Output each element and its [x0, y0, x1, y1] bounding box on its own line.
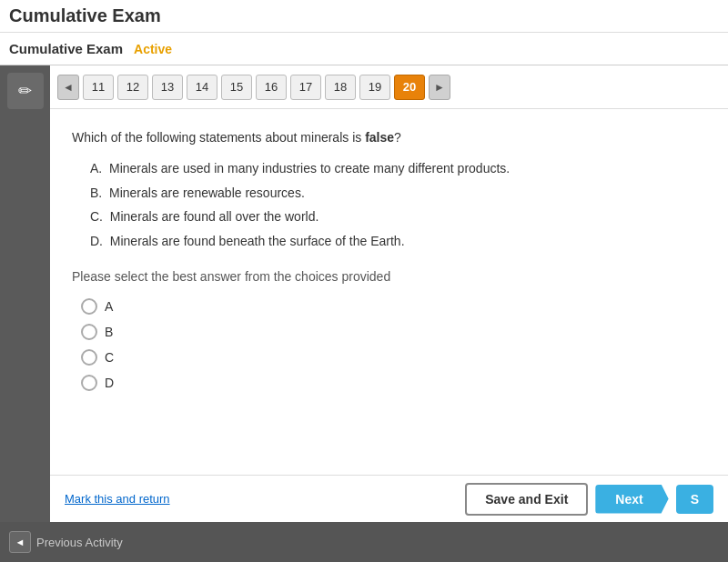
exam-container: Cumulative Exam Active ✏ ◄ 11 12 13 14 1… — [0, 33, 728, 522]
prev-activity-label: Previous Activity — [36, 536, 123, 549]
radio-a-label: A — [105, 299, 113, 314]
mark-return-link[interactable]: Mark this and return — [65, 492, 170, 506]
question-suffix: ? — [394, 130, 401, 145]
prev-activity-arrow[interactable]: ◄ — [9, 531, 31, 553]
pencil-tool-button[interactable]: ✏ — [7, 73, 44, 109]
page-13[interactable]: 13 — [152, 75, 183, 100]
radio-b-label: B — [105, 325, 113, 339]
page-19[interactable]: 19 — [359, 75, 390, 100]
choice-a-letter: A. — [90, 161, 109, 176]
choice-b-text: Minerals are renewable resources. — [109, 186, 305, 200]
choice-d: D. Minerals are found beneath the surfac… — [90, 231, 706, 251]
question-text: Which of the following statements about … — [72, 127, 706, 147]
pencil-icon: ✏ — [18, 81, 32, 101]
radio-c-circle — [81, 349, 97, 366]
page-11[interactable]: 11 — [83, 75, 114, 100]
radio-c[interactable]: C — [81, 349, 706, 366]
page-17[interactable]: 17 — [290, 75, 321, 100]
radio-a-circle — [81, 298, 97, 315]
footer-buttons: Mark this and return Save and Exit Next … — [50, 475, 728, 522]
radio-group: A B C D — [81, 298, 706, 391]
page-15[interactable]: 15 — [221, 75, 252, 100]
bottom-bar: ◄ Previous Activity — [0, 522, 728, 562]
choice-d-letter: D. — [90, 234, 110, 248]
choice-c-text: Minerals are found all over the world. — [110, 209, 319, 224]
radio-d-label: D — [105, 376, 114, 390]
choice-b-letter: B. — [90, 186, 109, 200]
next-button[interactable]: Next — [595, 485, 668, 514]
content-area: Which of the following statements about … — [50, 109, 728, 475]
question-bold: false — [365, 130, 394, 145]
question-prefix: Which of the following statements about … — [72, 130, 365, 145]
choice-d-text: Minerals are found beneath the surface o… — [110, 234, 405, 248]
page-20[interactable]: 20 — [394, 75, 425, 100]
radio-d-circle — [81, 375, 97, 391]
instruction-text: Please select the best answer from the c… — [72, 269, 706, 284]
s-button[interactable]: S — [676, 485, 713, 514]
choice-c: C. Minerals are found all over the world… — [90, 206, 706, 226]
radio-c-label: C — [105, 350, 114, 365]
page-title-bar: Cumulative Exam — [0, 0, 728, 33]
page-title: Cumulative Exam — [9, 5, 161, 26]
nav-prev-arrow[interactable]: ◄ — [57, 75, 79, 100]
radio-b-circle — [81, 324, 97, 340]
page-navigation: ◄ 11 12 13 14 15 16 17 18 19 20 ► — [50, 65, 728, 109]
radio-b[interactable]: B — [81, 324, 706, 340]
page-16[interactable]: 16 — [256, 75, 287, 100]
top-bar: Cumulative Exam Active — [0, 33, 728, 65]
choice-a-text: Minerals are used in many industries to … — [109, 161, 510, 176]
radio-a[interactable]: A — [81, 298, 706, 315]
page-14[interactable]: 14 — [187, 75, 217, 100]
previous-activity: ◄ Previous Activity — [9, 531, 123, 553]
page-12[interactable]: 12 — [117, 75, 148, 100]
page-18[interactable]: 18 — [325, 75, 356, 100]
action-buttons: Save and Exit Next S — [465, 483, 713, 516]
choice-c-letter: C. — [90, 209, 110, 224]
radio-d[interactable]: D — [81, 375, 706, 391]
sidebar: ✏ — [0, 65, 50, 522]
choice-a: A. Minerals are used in many industries … — [90, 158, 706, 178]
choice-b: B. Minerals are renewable resources. — [90, 183, 706, 203]
save-exit-button[interactable]: Save and Exit — [465, 483, 588, 516]
nav-content-row: ✏ ◄ 11 12 13 14 15 16 17 18 19 20 ► — [0, 65, 728, 522]
status-badge: Active — [134, 42, 172, 56]
nav-next-arrow[interactable]: ► — [429, 75, 450, 100]
breadcrumb: Cumulative Exam — [9, 41, 123, 56]
